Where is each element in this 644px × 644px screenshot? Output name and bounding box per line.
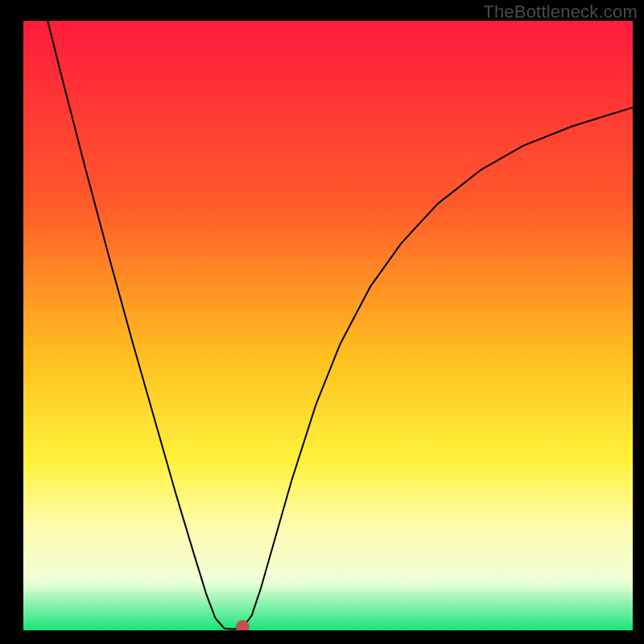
bottleneck-curve-chart [23, 21, 633, 630]
chart-frame: TheBottleneck.com [0, 0, 644, 644]
plot-area [23, 21, 633, 630]
gradient-background [23, 21, 633, 630]
watermark-text: TheBottleneck.com [483, 2, 638, 23]
